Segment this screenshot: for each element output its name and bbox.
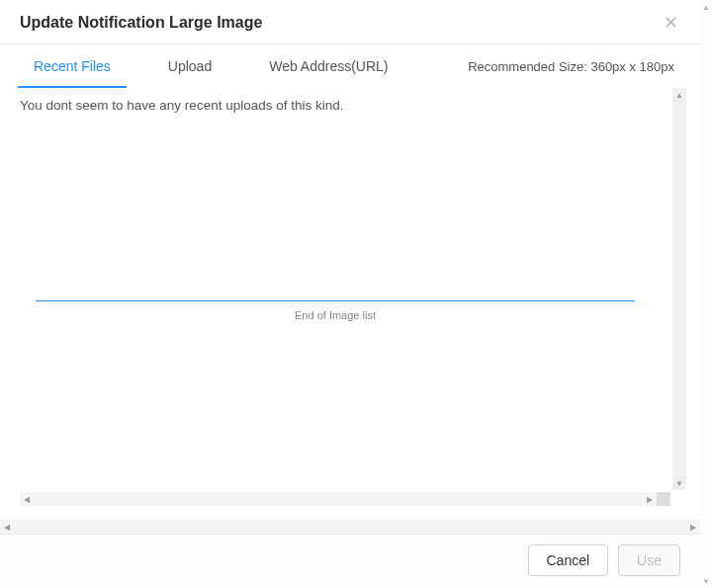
tab-label: Recent Files (34, 58, 111, 74)
scroll-left-icon[interactable]: ◀ (20, 492, 34, 506)
end-of-list-label: End of Image list (36, 309, 635, 321)
outer-horizontal-scrollbar[interactable]: ◀ ▶ (0, 520, 700, 534)
tabs-row: Recent Files Upload Web Address(URL) Rec… (0, 44, 700, 88)
scroll-track[interactable] (700, 14, 712, 574)
content-area: You dont seem to have any recent uploads… (0, 88, 700, 520)
button-label: Cancel (547, 552, 590, 568)
dialog: ▲ ▼ Update Notification Large Image ✕ Re… (0, 0, 712, 588)
dialog-footer: Cancel Use (0, 534, 700, 588)
inner-vertical-scrollbar[interactable]: ▲ ▼ (672, 88, 686, 490)
recommended-size-label: Recommended Size: 360px x 180px (468, 59, 680, 74)
scroll-up-icon[interactable]: ▲ (700, 0, 712, 14)
button-label: Use (637, 552, 662, 568)
cancel-button[interactable]: Cancel (528, 545, 609, 576)
scroll-down-icon[interactable]: ▼ (700, 574, 712, 588)
tabs: Recent Files Upload Web Address(URL) (20, 44, 432, 88)
use-button[interactable]: Use (618, 545, 680, 576)
dialog-main: Update Notification Large Image ✕ Recent… (0, 0, 700, 588)
close-icon[interactable]: ✕ (662, 14, 680, 32)
scroll-corner (657, 492, 670, 506)
content-inner: You dont seem to have any recent uploads… (0, 88, 670, 490)
scroll-left-icon[interactable]: ◀ (0, 521, 14, 534)
tab-label: Web Address(URL) (269, 58, 388, 74)
scroll-up-icon[interactable]: ▲ (672, 88, 686, 102)
dialog-header: Update Notification Large Image ✕ (0, 0, 700, 44)
tab-upload[interactable]: Upload (154, 44, 225, 88)
outer-vertical-scrollbar[interactable]: ▲ ▼ (700, 0, 712, 588)
empty-state-message: You dont seem to have any recent uploads… (0, 88, 670, 113)
scroll-track[interactable] (672, 102, 686, 476)
scroll-track[interactable] (14, 521, 686, 534)
inner-horizontal-scrollbar[interactable]: ◀ ▶ (20, 492, 670, 506)
tab-recent-files[interactable]: Recent Files (20, 44, 125, 88)
scroll-right-icon[interactable]: ▶ (643, 492, 657, 506)
scroll-right-icon[interactable]: ▶ (686, 521, 700, 534)
scroll-track[interactable] (34, 492, 643, 506)
dialog-title: Update Notification Large Image (20, 14, 262, 32)
tab-web-address[interactable]: Web Address(URL) (255, 44, 401, 88)
end-divider: End of Image list (36, 300, 635, 321)
tab-label: Upload (168, 58, 212, 74)
scroll-down-icon[interactable]: ▼ (672, 476, 686, 490)
